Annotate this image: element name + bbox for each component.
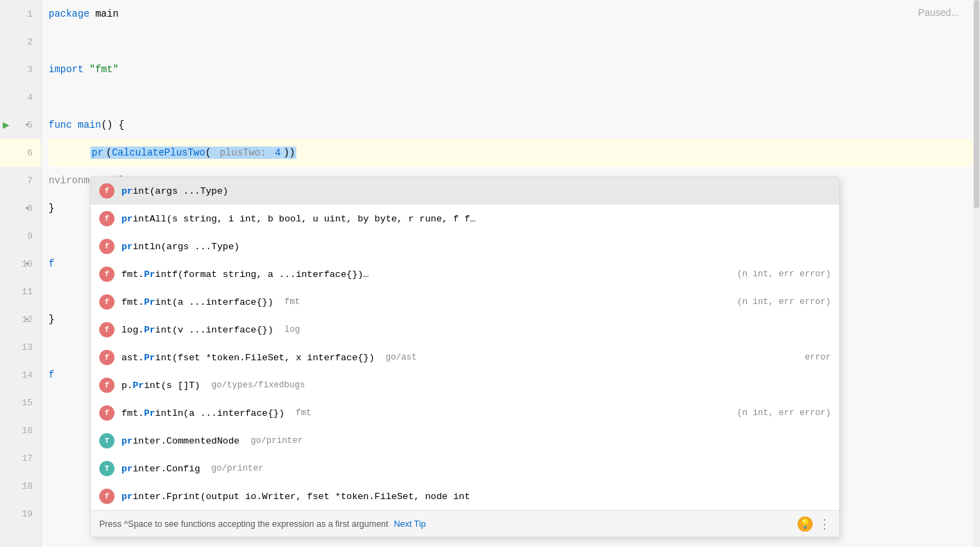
fold-icon-10[interactable]: ▾ xyxy=(25,260,29,268)
line-number-1: 1 xyxy=(0,0,41,28)
item-label-8: fmt.Println(a ...interface{}) xyxy=(121,408,285,419)
item-label-4: fmt.Print(a ...interface{}) xyxy=(121,297,273,308)
item-suffix-4: fmt xyxy=(285,297,301,307)
badge-f-5: f xyxy=(99,322,115,337)
item-return-8: (n int, err error) xyxy=(737,408,831,418)
item-suffix-6: go/ast xyxy=(386,353,417,362)
autocomplete-item-7[interactable]: f p.Print(s []T) go/types/fixedbugs xyxy=(91,371,839,399)
scrollbar[interactable] xyxy=(973,0,980,547)
code-line-4 xyxy=(49,83,973,111)
code-line-5: func main() { xyxy=(49,111,973,139)
autocomplete-item-5[interactable]: f log.Print(v ...interface{}) log xyxy=(91,316,839,344)
line-number-5: ▶ ▾ 5 xyxy=(0,111,41,139)
code-line-1: package main xyxy=(49,0,973,28)
autocomplete-dropdown: f print(args ...Type) f printAll(s strin… xyxy=(90,176,840,537)
line-number-15: 15 xyxy=(0,389,41,416)
line-number-10: ▾ 10 xyxy=(0,250,41,278)
autocomplete-item-2[interactable]: f println(args ...Type) xyxy=(91,233,839,260)
item-suffix-10: go/printer xyxy=(211,464,263,473)
line-number-16: 16 xyxy=(0,416,41,444)
autocomplete-item-6[interactable]: f ast.Print(fset *token.FileSet, x inter… xyxy=(91,344,839,371)
debug-arrow: ▶ xyxy=(3,118,10,132)
item-label-5: log.Print(v ...interface{}) xyxy=(121,325,273,335)
badge-f-1: f xyxy=(99,211,115,226)
autocomplete-item-1[interactable]: f printAll(s string, i int, b bool, u ui… xyxy=(91,205,839,233)
item-suffix-5: log xyxy=(285,325,301,335)
line-number-3: 3 xyxy=(0,56,41,83)
line-number-17: 17 xyxy=(0,444,41,472)
item-label-2: println(args ...Type) xyxy=(121,242,239,252)
badge-f-7: f xyxy=(99,378,115,393)
fold-icon-5[interactable]: ▾ xyxy=(25,121,29,129)
line-gutter: 1 2 3 4 ▶ ▾ 5 6 7 ▾ 8 9 ▾ 10 11 ▾ xyxy=(0,0,42,547)
autocomplete-item-3[interactable]: f fmt.Printf(format string, a ...interfa… xyxy=(91,260,839,288)
item-return-3: (n int, err error) xyxy=(737,269,831,279)
code-line-3: import "fmt" xyxy=(49,56,973,83)
scrollbar-thumb[interactable] xyxy=(974,0,979,208)
item-label-3: fmt.Printf(format string, a ...interface… xyxy=(121,269,369,280)
line-number-9: 9 xyxy=(0,222,41,250)
item-label-7: p.Print(s []T) xyxy=(121,380,200,391)
item-return-6: error xyxy=(804,353,831,362)
line-number-19: 19 xyxy=(0,500,41,528)
next-tip-button[interactable]: Next Tip xyxy=(394,519,426,529)
autocomplete-item-0[interactable]: f print(args ...Type) xyxy=(91,177,839,205)
fold-icon-12[interactable]: ▾ xyxy=(25,315,29,323)
line-number-8: ▾ 8 xyxy=(0,194,41,222)
line-number-4: 4 xyxy=(0,83,41,111)
line-number-11: 11 xyxy=(0,278,41,305)
autocomplete-item-10[interactable]: T printer.Config go/printer xyxy=(91,455,839,482)
item-label-11: printer.Fprint(output io.Writer, fset *t… xyxy=(121,491,470,502)
badge-f-8: f xyxy=(99,405,115,421)
badge-f-2: f xyxy=(99,239,115,254)
badge-f-3: f xyxy=(99,267,115,282)
line-number-6: 6 xyxy=(0,139,41,167)
badge-t-9: T xyxy=(99,433,115,448)
more-options-icon[interactable]: ⋮ xyxy=(818,516,831,532)
code-line-2 xyxy=(49,28,973,56)
autocomplete-item-4[interactable]: f fmt.Print(a ...interface{}) fmt (n int… xyxy=(91,288,839,316)
editor: Paused... 1 2 3 4 ▶ ▾ 5 6 7 ▾ 8 9 ▾ xyxy=(0,0,980,547)
item-label-9: printer.CommentedNode xyxy=(121,436,239,446)
line-number-2: 2 xyxy=(0,28,41,56)
autocomplete-item-9[interactable]: T printer.CommentedNode go/printer xyxy=(91,427,839,455)
fold-icon-8[interactable]: ▾ xyxy=(25,204,29,212)
keyword-package: package xyxy=(49,8,90,19)
line-number-13: 13 xyxy=(0,333,41,361)
item-suffix-9: go/printer xyxy=(251,436,303,446)
footer-hint-text: Press ^Space to see functions accepting … xyxy=(99,519,389,529)
item-label-1: printAll(s string, i int, b bool, u uint… xyxy=(121,214,475,224)
badge-f-11: f xyxy=(99,489,115,504)
badge-f-0: f xyxy=(99,183,115,199)
badge-t-10: T xyxy=(99,461,115,476)
autocomplete-footer: Press ^Space to see functions accepting … xyxy=(91,510,839,537)
item-label-10: printer.Config xyxy=(121,464,200,474)
line-number-14: 14 xyxy=(0,361,41,389)
item-suffix-8: fmt xyxy=(296,408,312,418)
item-label-0: print(args ...Type) xyxy=(121,186,228,196)
line-number-18: 18 xyxy=(0,472,41,500)
line-number-12: ▾ 12 xyxy=(0,305,41,333)
autocomplete-item-8[interactable]: f fmt.Println(a ...interface{}) fmt (n i… xyxy=(91,399,839,427)
badge-f-4: f xyxy=(99,294,115,310)
item-suffix-7: go/types/fixedbugs xyxy=(211,380,305,390)
item-return-4: (n int, err error) xyxy=(737,297,831,307)
badge-f-6: f xyxy=(99,350,115,365)
code-line-6: pr (CalculatePlusTwo( plusTwo: 4 )) xyxy=(49,139,973,167)
line-number-7: 7 xyxy=(0,167,41,194)
item-label-6: ast.Print(fset *token.FileSet, x interfa… xyxy=(121,353,375,363)
autocomplete-item-11[interactable]: f printer.Fprint(output io.Writer, fset … xyxy=(91,482,839,510)
bulb-icon[interactable]: 💡 xyxy=(797,516,813,532)
